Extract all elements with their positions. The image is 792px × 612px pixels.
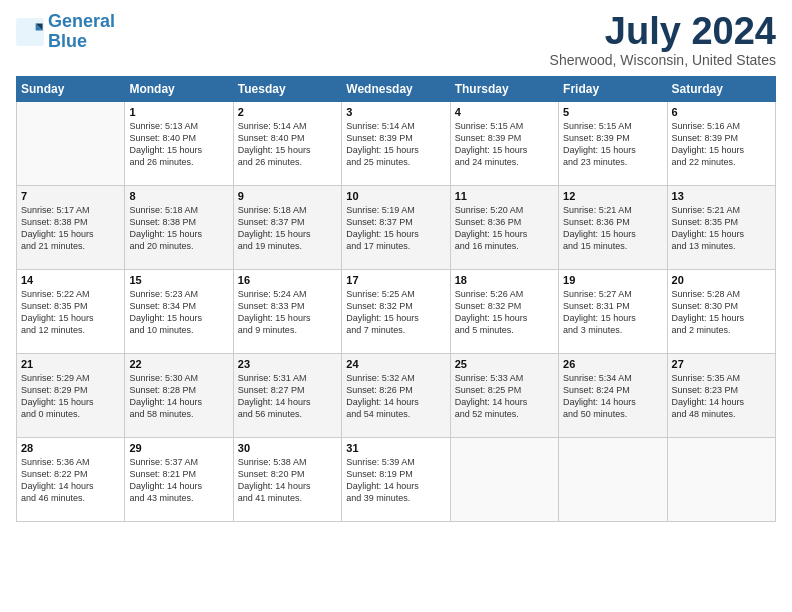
day-number: 7 [21,190,120,202]
cell-content: Sunrise: 5:38 AM Sunset: 8:20 PM Dayligh… [238,456,337,505]
calendar-cell: 17Sunrise: 5:25 AM Sunset: 8:32 PM Dayli… [342,270,450,354]
calendar-cell [559,438,667,522]
weekday-header: Tuesday [233,77,341,102]
cell-content: Sunrise: 5:23 AM Sunset: 8:34 PM Dayligh… [129,288,228,337]
day-number: 1 [129,106,228,118]
location: Sherwood, Wisconsin, United States [550,52,776,68]
month-title: July 2024 [550,12,776,50]
cell-content: Sunrise: 5:35 AM Sunset: 8:23 PM Dayligh… [672,372,771,421]
calendar-cell: 26Sunrise: 5:34 AM Sunset: 8:24 PM Dayli… [559,354,667,438]
cell-content: Sunrise: 5:14 AM Sunset: 8:39 PM Dayligh… [346,120,445,169]
calendar-cell: 8Sunrise: 5:18 AM Sunset: 8:38 PM Daylig… [125,186,233,270]
calendar-cell: 19Sunrise: 5:27 AM Sunset: 8:31 PM Dayli… [559,270,667,354]
calendar-week-row: 1Sunrise: 5:13 AM Sunset: 8:40 PM Daylig… [17,102,776,186]
calendar-cell [450,438,558,522]
day-number: 19 [563,274,662,286]
day-number: 6 [672,106,771,118]
calendar-cell: 23Sunrise: 5:31 AM Sunset: 8:27 PM Dayli… [233,354,341,438]
calendar-week-row: 21Sunrise: 5:29 AM Sunset: 8:29 PM Dayli… [17,354,776,438]
day-number: 28 [21,442,120,454]
calendar-cell: 10Sunrise: 5:19 AM Sunset: 8:37 PM Dayli… [342,186,450,270]
logo: General Blue [16,12,115,52]
day-number: 2 [238,106,337,118]
cell-content: Sunrise: 5:37 AM Sunset: 8:21 PM Dayligh… [129,456,228,505]
calendar-cell: 4Sunrise: 5:15 AM Sunset: 8:39 PM Daylig… [450,102,558,186]
day-number: 24 [346,358,445,370]
cell-content: Sunrise: 5:16 AM Sunset: 8:39 PM Dayligh… [672,120,771,169]
cell-content: Sunrise: 5:30 AM Sunset: 8:28 PM Dayligh… [129,372,228,421]
calendar-cell: 12Sunrise: 5:21 AM Sunset: 8:36 PM Dayli… [559,186,667,270]
cell-content: Sunrise: 5:15 AM Sunset: 8:39 PM Dayligh… [563,120,662,169]
calendar-cell: 31Sunrise: 5:39 AM Sunset: 8:19 PM Dayli… [342,438,450,522]
cell-content: Sunrise: 5:14 AM Sunset: 8:40 PM Dayligh… [238,120,337,169]
cell-content: Sunrise: 5:34 AM Sunset: 8:24 PM Dayligh… [563,372,662,421]
cell-content: Sunrise: 5:17 AM Sunset: 8:38 PM Dayligh… [21,204,120,253]
day-number: 26 [563,358,662,370]
cell-content: Sunrise: 5:25 AM Sunset: 8:32 PM Dayligh… [346,288,445,337]
calendar-cell: 6Sunrise: 5:16 AM Sunset: 8:39 PM Daylig… [667,102,775,186]
calendar-cell: 27Sunrise: 5:35 AM Sunset: 8:23 PM Dayli… [667,354,775,438]
cell-content: Sunrise: 5:21 AM Sunset: 8:35 PM Dayligh… [672,204,771,253]
calendar-cell: 9Sunrise: 5:18 AM Sunset: 8:37 PM Daylig… [233,186,341,270]
calendar-cell: 21Sunrise: 5:29 AM Sunset: 8:29 PM Dayli… [17,354,125,438]
calendar-cell: 15Sunrise: 5:23 AM Sunset: 8:34 PM Dayli… [125,270,233,354]
calendar-header: SundayMondayTuesdayWednesdayThursdayFrid… [17,77,776,102]
cell-content: Sunrise: 5:22 AM Sunset: 8:35 PM Dayligh… [21,288,120,337]
cell-content: Sunrise: 5:13 AM Sunset: 8:40 PM Dayligh… [129,120,228,169]
weekday-header: Friday [559,77,667,102]
cell-content: Sunrise: 5:18 AM Sunset: 8:37 PM Dayligh… [238,204,337,253]
cell-content: Sunrise: 5:19 AM Sunset: 8:37 PM Dayligh… [346,204,445,253]
day-number: 22 [129,358,228,370]
logo-icon [16,18,44,46]
day-number: 11 [455,190,554,202]
day-number: 16 [238,274,337,286]
calendar-body: 1Sunrise: 5:13 AM Sunset: 8:40 PM Daylig… [17,102,776,522]
day-number: 20 [672,274,771,286]
calendar-week-row: 28Sunrise: 5:36 AM Sunset: 8:22 PM Dayli… [17,438,776,522]
day-number: 10 [346,190,445,202]
calendar-cell: 20Sunrise: 5:28 AM Sunset: 8:30 PM Dayli… [667,270,775,354]
cell-content: Sunrise: 5:33 AM Sunset: 8:25 PM Dayligh… [455,372,554,421]
calendar-cell: 7Sunrise: 5:17 AM Sunset: 8:38 PM Daylig… [17,186,125,270]
title-block: July 2024 Sherwood, Wisconsin, United St… [550,12,776,68]
day-number: 15 [129,274,228,286]
calendar-cell [667,438,775,522]
cell-content: Sunrise: 5:36 AM Sunset: 8:22 PM Dayligh… [21,456,120,505]
header: General Blue July 2024 Sherwood, Wiscons… [16,12,776,68]
day-number: 9 [238,190,337,202]
calendar-cell: 28Sunrise: 5:36 AM Sunset: 8:22 PM Dayli… [17,438,125,522]
weekday-header: Saturday [667,77,775,102]
day-number: 3 [346,106,445,118]
day-number: 21 [21,358,120,370]
day-number: 25 [455,358,554,370]
calendar-cell: 14Sunrise: 5:22 AM Sunset: 8:35 PM Dayli… [17,270,125,354]
cell-content: Sunrise: 5:18 AM Sunset: 8:38 PM Dayligh… [129,204,228,253]
calendar-cell: 24Sunrise: 5:32 AM Sunset: 8:26 PM Dayli… [342,354,450,438]
cell-content: Sunrise: 5:27 AM Sunset: 8:31 PM Dayligh… [563,288,662,337]
calendar-cell: 1Sunrise: 5:13 AM Sunset: 8:40 PM Daylig… [125,102,233,186]
day-number: 4 [455,106,554,118]
cell-content: Sunrise: 5:31 AM Sunset: 8:27 PM Dayligh… [238,372,337,421]
calendar-cell: 13Sunrise: 5:21 AM Sunset: 8:35 PM Dayli… [667,186,775,270]
day-number: 27 [672,358,771,370]
day-number: 13 [672,190,771,202]
cell-content: Sunrise: 5:29 AM Sunset: 8:29 PM Dayligh… [21,372,120,421]
calendar-week-row: 7Sunrise: 5:17 AM Sunset: 8:38 PM Daylig… [17,186,776,270]
logo-text: General Blue [48,12,115,52]
calendar-week-row: 14Sunrise: 5:22 AM Sunset: 8:35 PM Dayli… [17,270,776,354]
page: General Blue July 2024 Sherwood, Wiscons… [0,0,792,612]
day-number: 18 [455,274,554,286]
weekday-header: Thursday [450,77,558,102]
day-number: 14 [21,274,120,286]
cell-content: Sunrise: 5:28 AM Sunset: 8:30 PM Dayligh… [672,288,771,337]
calendar-cell [17,102,125,186]
calendar-cell: 18Sunrise: 5:26 AM Sunset: 8:32 PM Dayli… [450,270,558,354]
cell-content: Sunrise: 5:20 AM Sunset: 8:36 PM Dayligh… [455,204,554,253]
calendar-cell: 16Sunrise: 5:24 AM Sunset: 8:33 PM Dayli… [233,270,341,354]
calendar-table: SundayMondayTuesdayWednesdayThursdayFrid… [16,76,776,522]
day-number: 30 [238,442,337,454]
calendar-cell: 25Sunrise: 5:33 AM Sunset: 8:25 PM Dayli… [450,354,558,438]
calendar-cell: 29Sunrise: 5:37 AM Sunset: 8:21 PM Dayli… [125,438,233,522]
day-number: 29 [129,442,228,454]
day-number: 23 [238,358,337,370]
